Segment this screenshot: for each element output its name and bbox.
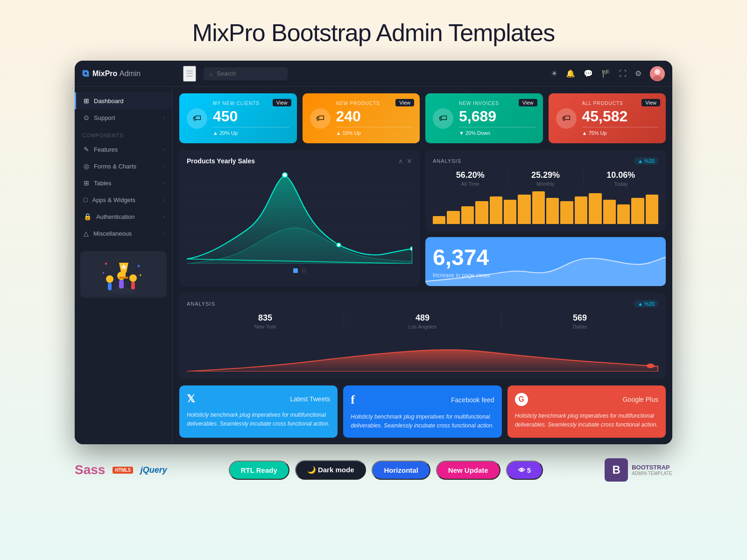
clients-value: 450	[213, 108, 289, 125]
all-products-view-btn[interactable]: View	[641, 99, 660, 106]
horizontal-badge[interactable]: Horizontal	[372, 461, 430, 480]
invoices-view-btn[interactable]: View	[519, 99, 537, 106]
features-icon: ✎	[84, 146, 89, 153]
sidebar-label-auth: Authentication	[96, 213, 134, 220]
svg-point-25	[647, 364, 655, 368]
svg-rect-13	[105, 262, 107, 265]
stat-card-all-products: 🏷 ALL PRODUCTS 45,582 ▲ 75% Up View	[549, 93, 666, 143]
invoices-value: 5,689	[459, 108, 536, 125]
analysis-badge-2: ▲ %20	[634, 300, 658, 308]
chat-icon[interactable]: 💬	[584, 69, 593, 78]
social-card-facebook: f Facebook feed Holisticly benchmark plu…	[343, 385, 501, 438]
products-value: 240	[336, 108, 413, 125]
search-input[interactable]	[217, 70, 277, 77]
page-title: MixPro Bootstrap Admin Templates	[0, 0, 747, 61]
dashboard-icon: ⊞	[84, 97, 89, 105]
middle-row: Products Yearly Sales ∧ ✕	[179, 150, 666, 286]
social-card-google: G Google Plus Holisticly benchmark plug …	[507, 385, 666, 438]
sidebar-item-misc[interactable]: △ Miscellaneous ›	[75, 225, 172, 242]
pv-chart	[425, 249, 666, 286]
sidebar-item-authentication[interactable]: 🔒 Authentication ›	[75, 208, 172, 225]
settings-icon[interactable]: ⚙	[635, 69, 641, 78]
chart-dot-1[interactable]	[293, 268, 298, 273]
bell-icon[interactable]: 🔔	[566, 69, 575, 78]
products-view-btn[interactable]: View	[395, 99, 414, 106]
chart-dot-2[interactable]	[302, 268, 306, 273]
twitter-title: Latest Tweets	[290, 395, 330, 403]
fullscreen-icon[interactable]: ⛶	[619, 70, 627, 78]
area-chart	[187, 170, 412, 264]
svg-point-24	[410, 247, 412, 251]
sidebar-item-support[interactable]: ⊙ Support ›	[75, 109, 172, 126]
svg-rect-5	[108, 283, 112, 290]
analysis-label-2: ANALYSIS	[187, 301, 215, 307]
sidebar-item-forms-charts[interactable]: ◎ Forms & Charts ›	[75, 158, 172, 175]
rtl-ready-badge[interactable]: RTL Ready	[229, 461, 289, 480]
stat-card-products: 🏷 NEW PRODUCTS 240 ▲ 15% Up View	[303, 93, 420, 143]
header-icons: ☀ 🔔 💬 🏴 ⛶ ⚙	[551, 66, 665, 81]
social-card-twitter: 𝕏 Latest Tweets Holisticly benchmark plu…	[179, 385, 338, 438]
admin-template-label: ADMIN TEMPLATE	[632, 471, 672, 476]
sidebar-item-features[interactable]: ✎ Features ›	[75, 141, 172, 158]
analysis-badge-1: ▲ %20	[634, 157, 658, 165]
arrow-icon: ›	[163, 181, 165, 186]
sidebar-item-dashboard[interactable]: ⊞ Dashboard	[75, 92, 172, 109]
arrow-icon: ›	[163, 147, 165, 152]
sidebar-item-tables[interactable]: ⊞ Tables ›	[75, 175, 172, 191]
bootstrap-label: BOOTSTRAP	[632, 464, 672, 471]
google-text: Holisticly benchmark plug imperatives fo…	[515, 412, 658, 429]
avatar[interactable]	[650, 66, 665, 81]
facebook-text: Holisticly benchmark plug imperatives fo…	[351, 413, 494, 430]
clients-view-btn[interactable]: View	[273, 99, 291, 106]
stat-card-clients: 🏷 MY NEW CLIENTS 450 ▲ 20% Up View	[179, 93, 297, 143]
clients-icon: 🏷	[187, 108, 207, 129]
tables-icon: ⊞	[84, 179, 89, 187]
version-badge[interactable]: 👁 5	[506, 461, 543, 480]
all-products-icon: 🏷	[556, 108, 577, 129]
sidebar-label-forms: Forms & Charts	[94, 163, 136, 170]
logo-text: MixPro Admin	[92, 70, 141, 78]
html-logo: HTML5	[113, 467, 133, 474]
all-products-value: 45,582	[582, 108, 659, 125]
analysis-card-1: ANALYSIS ▲ %20 56.20% All Time 25.29% Mo…	[425, 150, 666, 231]
arrow-icon: ›	[163, 164, 165, 169]
google-title: Google Plus	[623, 396, 658, 403]
analysis2-row: ANALYSIS ▲ %20 835 New York 489 Los Ange…	[179, 293, 666, 379]
invoices-icon: 🏷	[433, 108, 453, 129]
sass-logo: Sass	[75, 462, 105, 477]
dark-mode-badge[interactable]: 🌙 Dark mode	[295, 460, 366, 480]
minimize-btn[interactable]: ∧	[398, 157, 403, 165]
misc-icon: △	[84, 230, 89, 237]
svg-point-23	[337, 243, 340, 247]
products-icon: 🏷	[310, 108, 331, 129]
support-icon: ⊙	[84, 114, 89, 121]
search-box: ⌕	[204, 67, 288, 80]
close-btn[interactable]: ✕	[407, 157, 412, 165]
footer-badges: RTL Ready 🌙 Dark mode Horizontal New Upd…	[229, 460, 543, 480]
admin-header: ⧉ MixPro Admin ☰ ⌕ ☀ 🔔 💬 🏴 ⛶ ⚙	[75, 61, 672, 87]
svg-rect-7	[119, 280, 124, 288]
analysis-stats-2: 835 New York 489 Los Angeles 569 Dallas	[187, 313, 658, 329]
footer-bootstrap: B BOOTSTRAP ADMIN TEMPLATE	[605, 458, 672, 482]
sun-icon[interactable]: ☀	[551, 69, 557, 78]
analysis-stat-today: 10.06% Today	[584, 170, 658, 187]
page-footer: Sass HTML5 jQuery RTL Ready 🌙 Dark mode …	[75, 444, 672, 491]
logo-area: ⧉ MixPro Admin	[82, 68, 176, 79]
chart-title: Products Yearly Sales	[187, 157, 255, 165]
invoices-trend: ▼ 20% Down	[459, 130, 536, 136]
analysis-card-2: ANALYSIS ▲ %20 835 New York 489 Los Ange…	[179, 293, 666, 379]
admin-body: ⊞ Dashboard ⊙ Support › Components ✎ Fea…	[75, 87, 672, 444]
right-panels: ANALYSIS ▲ %20 56.20% All Time 25.29% Mo…	[425, 150, 666, 286]
apps-icon: □	[84, 196, 87, 203]
new-update-badge[interactable]: New Update	[436, 461, 500, 480]
twitter-icon: 𝕏	[187, 393, 195, 405]
sidebar-item-apps-widgets[interactable]: □ Apps & Widgets ›	[75, 191, 172, 208]
flag-icon[interactable]: 🏴	[601, 69, 611, 78]
hamburger-button[interactable]: ☰	[183, 66, 196, 82]
svg-rect-9	[131, 282, 135, 289]
arrow-icon: ›	[163, 197, 165, 203]
logo-icon: ⧉	[82, 68, 89, 79]
sidebar-trophy	[80, 251, 167, 298]
main-content: 🏷 MY NEW CLIENTS 450 ▲ 20% Up View 🏷 NEW…	[173, 87, 672, 444]
stat-cards: 🏷 MY NEW CLIENTS 450 ▲ 20% Up View 🏷 NEW…	[179, 93, 666, 143]
